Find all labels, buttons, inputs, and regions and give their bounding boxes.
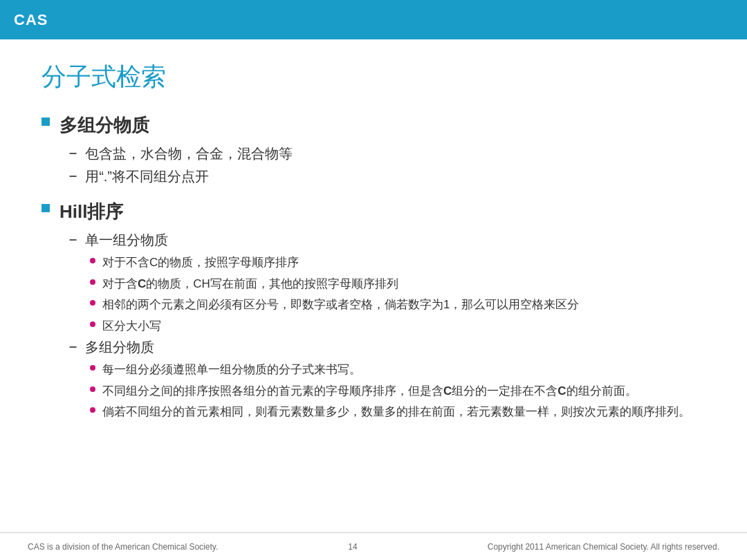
dash-text-0: 包含盐，水合物，合金，混合物等 xyxy=(85,144,293,163)
dot-text-2: 相邻的两个元素之间必须有区分号，即数字或者空格，倘若数字为1，那么可以用空格来区… xyxy=(102,296,706,314)
section-hill: Hill排序 – 单一组分物质 对于不含C的物质，按照字母顺序排序 对于含C的物… xyxy=(42,200,706,421)
dot-bullet-icon xyxy=(90,321,95,327)
page-title: 分子式检索 xyxy=(42,60,706,94)
bullet-item-hill: Hill排序 xyxy=(42,200,706,224)
footer-left: CAS is a division of the American Chemic… xyxy=(28,542,218,552)
dot-bullet-icon xyxy=(90,258,95,263)
header-bar: CAS xyxy=(0,0,747,39)
dot-list-multi2: 每一组分必须遵照单一组分物质的分子式来书写。 不同组分之间的排序按照各组分的首元… xyxy=(90,361,706,421)
main-content: 分子式检索 多组分物质 – 包含盐，水合物，合金，混合物等 – 用“.”将不同组… xyxy=(0,39,747,449)
footer-right: Copyright 2011 American Chemical Society… xyxy=(488,542,719,552)
dot-text-m0: 每一组分必须遵照单一组分物质的分子式来书写。 xyxy=(102,361,706,379)
sub-list-multi: – 包含盐，水合物，合金，混合物等 – 用“.”将不同组分点开 xyxy=(69,144,706,186)
dot-list-single: 对于不含C的物质，按照字母顺序排序 对于含C的物质，CH写在前面，其他的按照字母… xyxy=(90,254,706,335)
dot-bullet-icon xyxy=(90,386,95,392)
dash-text-multi2: 多组分物质 xyxy=(85,338,154,357)
dash-item-0: – 包含盐，水合物，合金，混合物等 xyxy=(69,144,706,163)
dot-text-0: 对于不含C的物质，按照字母顺序排序 xyxy=(102,254,706,272)
dot-item-0: 对于不含C的物质，按照字母顺序排序 xyxy=(90,254,706,272)
dash-item-1: – 用“.”将不同组分点开 xyxy=(69,167,706,186)
header-title: CAS xyxy=(14,11,48,29)
dash-item-multi2: – 多组分物质 xyxy=(69,338,706,357)
dash-symbol-multi2: – xyxy=(69,338,77,354)
bullet-square-icon-hill xyxy=(42,204,50,212)
sub-list-hill: – 单一组分物质 对于不含C的物质，按照字母顺序排序 对于含C的物质，CH写在前… xyxy=(69,231,706,421)
dot-text-3: 区分大小写 xyxy=(102,317,706,335)
dash-text-single: 单一组分物质 xyxy=(85,231,168,250)
section-multi-component: 多组分物质 – 包含盐，水合物，合金，混合物等 – 用“.”将不同组分点开 xyxy=(42,113,706,186)
dot-bullet-icon xyxy=(90,365,95,371)
dot-text-m1: 不同组分之间的排序按照各组分的首元素的字母顺序排序，但是含C组分的一定排在不含C… xyxy=(102,382,706,400)
dot-text-1: 对于含C的物质，CH写在前面，其他的按照字母顺序排列 xyxy=(102,275,706,293)
dot-item-1: 对于含C的物质，CH写在前面，其他的按照字母顺序排列 xyxy=(90,275,706,293)
level1-label-multi: 多组分物质 xyxy=(59,113,149,138)
dot-bullet-icon xyxy=(90,407,95,413)
dash-symbol: – xyxy=(69,144,77,160)
dot-item-m0: 每一组分必须遵照单一组分物质的分子式来书写。 xyxy=(90,361,706,379)
dash-symbol-single: – xyxy=(69,231,77,247)
dot-text-m2: 倘若不同组分的首元素相同，则看元素数量多少，数量多的排在前面，若元素数量一样，则… xyxy=(102,403,706,421)
dot-bullet-icon xyxy=(90,300,95,306)
bullet-item-multi: 多组分物质 xyxy=(42,113,706,138)
level1-label-hill: Hill排序 xyxy=(59,200,123,224)
dash-text-1: 用“.”将不同组分点开 xyxy=(85,167,209,186)
bullet-square-icon xyxy=(42,118,50,126)
dot-bullet-icon xyxy=(90,279,95,285)
dot-item-m2: 倘若不同组分的首元素相同，则看元素数量多少，数量多的排在前面，若元素数量一样，则… xyxy=(90,403,706,421)
dot-item-2: 相邻的两个元素之间必须有区分号，即数字或者空格，倘若数字为1，那么可以用空格来区… xyxy=(90,296,706,314)
dot-item-3: 区分大小写 xyxy=(90,317,706,335)
dot-item-m1: 不同组分之间的排序按照各组分的首元素的字母顺序排序，但是含C组分的一定排在不含C… xyxy=(90,382,706,400)
footer: CAS is a division of the American Chemic… xyxy=(0,532,747,560)
footer-page-number: 14 xyxy=(348,542,357,552)
dash-symbol: – xyxy=(69,167,77,183)
dash-item-single: – 单一组分物质 xyxy=(69,231,706,250)
